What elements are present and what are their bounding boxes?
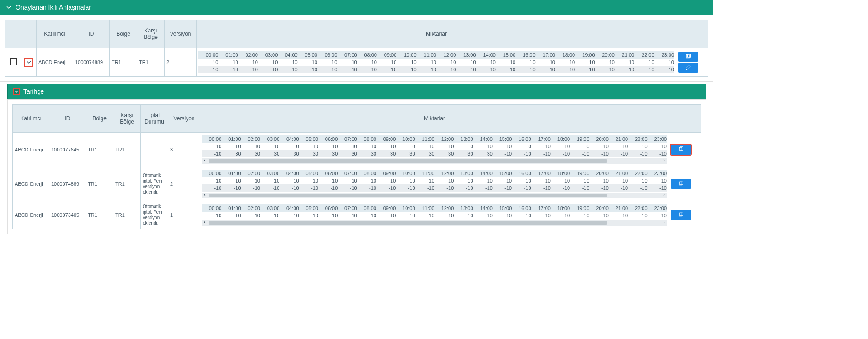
hour-value: 10 [417,59,436,66]
hour-value: 30 [454,150,473,157]
hour-value: -10 [357,184,376,192]
hour-value: 10 [238,59,258,66]
copy-button[interactable] [671,145,691,155]
hcell-karsi-bolge: TR1 [113,201,141,229]
hour-value: 10 [512,212,531,219]
hour-value: -10 [595,66,615,73]
hour-header: 22:00 [628,170,647,177]
expand-button[interactable] [24,58,33,67]
hour-header: 07:00 [338,204,357,212]
hour-value: -10 [609,184,628,192]
hour-value: -10 [396,184,415,192]
hour-value: 30 [357,150,376,157]
hour-header: 16:00 [512,170,531,177]
hour-header: 02:00 [241,204,260,212]
copy-button[interactable] [671,210,691,220]
hour-value: -10 [278,66,297,73]
hour-value: -10 [456,66,476,73]
hour-header: 04:00 [279,135,299,143]
horizontal-scrollbar[interactable] [202,158,667,164]
hour-value: -10 [357,66,377,73]
hour-header: 04:00 [279,170,299,177]
hcell-id: 1000074889 [49,167,86,201]
hcol-miktarlar: Miktarlar [200,105,669,133]
hour-value: 10 [551,212,570,219]
hour-value: -10 [531,150,551,157]
hour-value: 10 [241,143,260,150]
hour-value: 10 [536,59,555,66]
hour-header: 23:00 [648,204,667,212]
hour-value: -10 [496,66,515,73]
hour-value: 10 [589,177,609,184]
hour-value: 30 [221,150,241,157]
cell-versiyon: 2 [165,48,197,77]
hour-value: 10 [415,177,434,184]
approved-panel-body: Katılımcı ID Bölge Karşı Bölge Versiyon … [0,15,713,82]
horizontal-scrollbar[interactable] [202,193,667,198]
hour-value: 30 [415,150,434,157]
hour-header: 03:00 [260,204,279,212]
hour-header: 18:00 [551,170,570,177]
hcell-versiyon: 3 [168,133,200,167]
hour-value: 10 [609,212,628,219]
hour-header: 01:00 [218,51,238,59]
hour-value: 10 [609,143,628,150]
edit-button[interactable] [678,63,698,73]
hour-value: 10 [221,212,241,219]
hour-value: 10 [396,212,415,219]
hour-header: 20:00 [589,170,609,177]
hcell-bolge: TR1 [86,167,113,201]
hour-header: 12:00 [436,51,456,59]
hour-header: 14:00 [473,204,493,212]
approved-table: Katılımcı ID Bölge Karşı Bölge Versiyon … [5,20,708,77]
hour-value: -10 [628,150,647,157]
copy-button[interactable] [678,52,698,62]
hcell-katilimci: ABCD Enerji [13,133,49,167]
hour-header: 04:00 [279,204,299,212]
hour-header: 06:00 [318,135,338,143]
hcol-versiyon: Versiyon [168,105,200,133]
hour-value: 10 [279,143,299,150]
copy-button[interactable] [671,179,691,189]
hour-value: -10 [317,66,337,73]
hcell-id: 1000077645 [49,133,86,167]
hour-value: 10 [260,212,279,219]
cell-karsi-bolge: TR1 [137,48,165,77]
cell-katilimci: ABCD Enerji [37,48,73,77]
hour-value: 10 [434,212,454,219]
hour-value: -10 [198,66,218,73]
hour-header: 11:00 [415,204,434,212]
hour-value: -10 [536,66,555,73]
hour-value: 10 [551,177,570,184]
hour-header: 19:00 [575,51,595,59]
hour-header: 14:00 [473,170,493,177]
hcol-katilimci: Katılımcı [13,105,49,133]
hour-value: 10 [476,59,496,66]
hour-header: 09:00 [377,51,396,59]
hour-value: 30 [318,150,338,157]
hour-value: -10 [241,184,260,192]
approved-panel-header[interactable]: Onaylanan İkili Anlaşmalar [0,0,713,15]
hcol-iptal: İptal Durumu [141,105,168,133]
horizontal-scrollbar[interactable] [202,220,667,226]
hour-value: -10 [589,150,609,157]
hour-header: 12:00 [434,204,454,212]
hour-value: -10 [589,184,609,192]
hour-header: 15:00 [493,135,512,143]
hour-value: -10 [434,184,454,192]
hour-value: 10 [202,143,221,150]
hour-value: 30 [299,150,318,157]
hour-value: -10 [218,66,238,73]
hour-header: 05:00 [299,170,318,177]
history-panel-body: Katılımcı ID Bölge Karşı Bölge İptal Dur… [7,99,706,234]
hour-header: 05:00 [299,204,318,212]
hour-header: 19:00 [570,204,589,212]
approved-panel-title: Onaylanan İkili Anlaşmalar [16,4,91,11]
history-panel-header[interactable]: Tarihçe [7,84,706,99]
hour-value: -10 [202,150,221,157]
hour-value: -10 [551,150,570,157]
hour-value: 10 [454,212,473,219]
row-checkbox[interactable] [10,58,17,65]
hour-header: 15:00 [493,204,512,212]
hour-value: -10 [615,66,634,73]
